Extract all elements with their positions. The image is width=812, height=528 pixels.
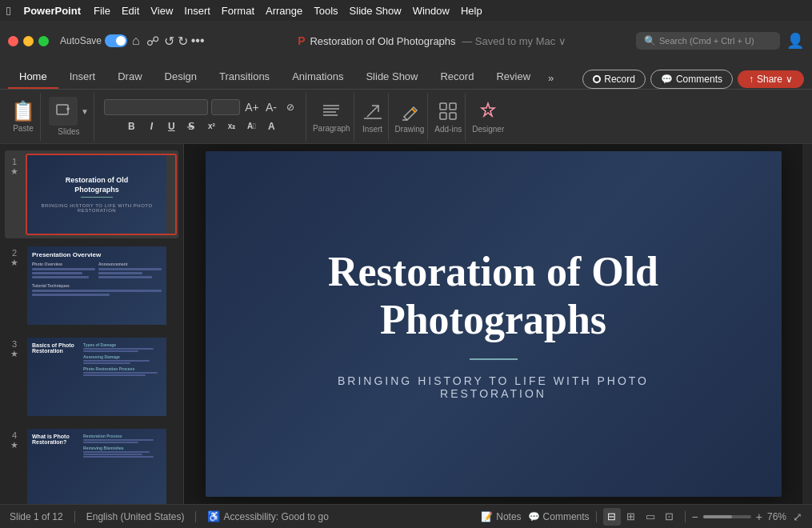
redo-icon[interactable]: ↻ <box>178 34 188 49</box>
drawing-icon[interactable] <box>398 99 422 123</box>
zoom-plus-button[interactable]: + <box>756 510 762 523</box>
slide-item-3[interactable]: 3 ★ Basics of PhotoRestoration Types of … <box>5 333 178 421</box>
comments-status-button[interactable]: 💬 Comments <box>528 511 590 522</box>
addins-icon[interactable] <box>436 99 460 123</box>
slide-item-4[interactable]: 4 ★ What is PhotoRestoration? Restoratio… <box>5 424 178 504</box>
bold-button[interactable]: B <box>122 118 140 135</box>
undo-icon[interactable]: ↺ <box>164 34 174 49</box>
paste-button[interactable]: 📋 Paste <box>11 100 35 133</box>
slide-star-1: ★ <box>10 166 18 177</box>
reading-view-button[interactable]: ▭ <box>642 508 659 526</box>
titlebar-icons: ⌂ ☍ <box>132 34 159 49</box>
slide-panel: 1 ★ Restoration of OldPhotographs BRINGI… <box>0 144 184 504</box>
minimize-button[interactable] <box>23 36 34 46</box>
menu-slideshow[interactable]: Slide Show <box>350 5 402 17</box>
tab-record[interactable]: Record <box>429 66 485 89</box>
app-name[interactable]: PowerPoint <box>23 5 81 17</box>
thumb4-section2-title: Removing Blemishes <box>83 446 162 450</box>
share-icon: ↑ <box>749 74 754 85</box>
menu-insert[interactable]: Insert <box>184 5 210 17</box>
menu-tools[interactable]: Tools <box>314 5 338 17</box>
record-button[interactable]: Record <box>582 70 646 89</box>
paragraph-button[interactable] <box>320 100 342 122</box>
notes-button[interactable]: 📝 Notes <box>481 511 521 522</box>
share-button[interactable]: ↑ Share ∨ <box>738 70 804 88</box>
thumb2-line5 <box>98 272 142 274</box>
tab-home[interactable]: Home <box>8 66 58 89</box>
underline-button[interactable]: U <box>162 118 180 135</box>
autosave-toggle[interactable] <box>105 34 127 47</box>
save-icon[interactable]: ☍ <box>146 34 159 49</box>
designer-icon[interactable] <box>476 99 500 123</box>
record-label: Record <box>604 74 635 85</box>
tab-animations[interactable]: Animations <box>281 66 354 89</box>
presenter-view-button[interactable]: ⊡ <box>661 508 678 526</box>
main-area: 1 ★ Restoration of OldPhotographs BRINGI… <box>0 144 812 504</box>
undo-redo-area: ↺ ↻ ••• <box>164 34 205 49</box>
menu-format[interactable]: Format <box>222 5 254 17</box>
svg-rect-0 <box>57 105 68 114</box>
close-button[interactable] <box>8 36 18 46</box>
share-label: Share <box>757 74 782 85</box>
thumb2-line6 <box>98 276 152 278</box>
subscript-button[interactable]: x₂ <box>222 118 240 135</box>
menu-edit[interactable]: Edit <box>122 5 139 17</box>
thumb3-line1 <box>83 348 154 350</box>
font-family-input[interactable] <box>104 99 208 115</box>
thumb4-section2: Removing Blemishes <box>83 446 162 458</box>
collab-icon[interactable]: 👤 <box>786 32 804 50</box>
comments-button[interactable]: 💬 Comments <box>650 70 733 89</box>
text-shadow-button[interactable]: A⃣ <box>242 118 260 135</box>
font-color-button[interactable]: A <box>262 118 280 135</box>
apple-menu[interactable]:  <box>6 4 10 18</box>
slide-chevron-icon[interactable]: ▼ <box>81 107 89 116</box>
titlebar-right: 🔍 Search (Cmd + Ctrl + U) 👤 <box>622 32 805 50</box>
addins-label: Add-ins <box>434 125 462 134</box>
share-chevron-icon: ∨ <box>786 74 793 85</box>
slide-num-area-4: 4 ★ <box>6 427 22 450</box>
decrease-font-button[interactable]: A- <box>262 98 280 116</box>
menu-file[interactable]: File <box>94 5 110 17</box>
normal-view-button[interactable]: ⊟ <box>603 508 621 526</box>
italic-button[interactable]: I <box>142 118 160 135</box>
new-slide-button[interactable] <box>49 97 78 126</box>
tab-transitions[interactable]: Transitions <box>208 66 281 89</box>
tab-slideshow[interactable]: Slide Show <box>354 66 429 89</box>
search-box[interactable]: 🔍 Search (Cmd + Ctrl + U) <box>636 32 780 50</box>
strikethrough-button[interactable]: S̶ <box>182 118 200 135</box>
tabs-more[interactable]: » <box>542 67 560 89</box>
fullscreen-button[interactable]: ⤢ <box>793 510 802 523</box>
grid-view-button[interactable]: ⊞ <box>622 508 640 526</box>
menu-window[interactable]: Window <box>413 5 450 17</box>
insert-label: Insert <box>362 125 382 134</box>
tab-design[interactable]: Design <box>154 66 208 89</box>
slide-item-1[interactable]: 1 ★ Restoration of OldPhotographs BRINGI… <box>5 150 178 238</box>
insert-icon[interactable] <box>361 99 385 123</box>
menu-help[interactable]: Help <box>461 5 482 17</box>
tab-draw[interactable]: Draw <box>106 66 153 89</box>
maximize-button[interactable] <box>38 36 49 46</box>
menu-view[interactable]: View <box>150 5 173 17</box>
tab-insert[interactable]: Insert <box>58 66 107 89</box>
language-label: English (United States) <box>86 511 185 522</box>
menu-arrange[interactable]: Arrange <box>266 5 302 17</box>
clear-format-button[interactable]: ⊘ <box>282 98 299 116</box>
font-size-input[interactable] <box>211 99 240 115</box>
zoom-minus-button[interactable]: − <box>692 510 698 523</box>
increase-font-button[interactable]: A+ <box>243 98 261 116</box>
slide-canvas[interactable]: Restoration of Old Photographs BRINGING … <box>206 151 782 497</box>
superscript-button[interactable]: x² <box>202 118 220 135</box>
paste-section: 📋 Paste <box>6 93 41 141</box>
ribbon-tabs: Home Insert Draw Design Transitions Anim… <box>0 61 812 90</box>
zoom-slider[interactable] <box>703 515 751 518</box>
slide-thumb-inner-1: Restoration of OldPhotographs BRINGING H… <box>27 155 166 234</box>
more-icon[interactable]: ••• <box>191 34 205 49</box>
accessibility-area[interactable]: ♿ Accessibility: Good to go <box>207 510 328 522</box>
slide-item-2[interactable]: 2 ★ Presentation Overview Photo Overview <box>5 242 178 330</box>
tab-review[interactable]: Review <box>485 66 542 89</box>
svg-rect-12 <box>450 103 456 110</box>
slides-label: Slides <box>58 127 79 136</box>
statusbar-right: 📝 Notes 💬 Comments ⊟ ⊞ ▭ ⊡ − + 76% ⤢ <box>481 508 802 526</box>
scroll-gutter[interactable] <box>802 144 812 504</box>
home-icon[interactable]: ⌂ <box>132 34 140 49</box>
